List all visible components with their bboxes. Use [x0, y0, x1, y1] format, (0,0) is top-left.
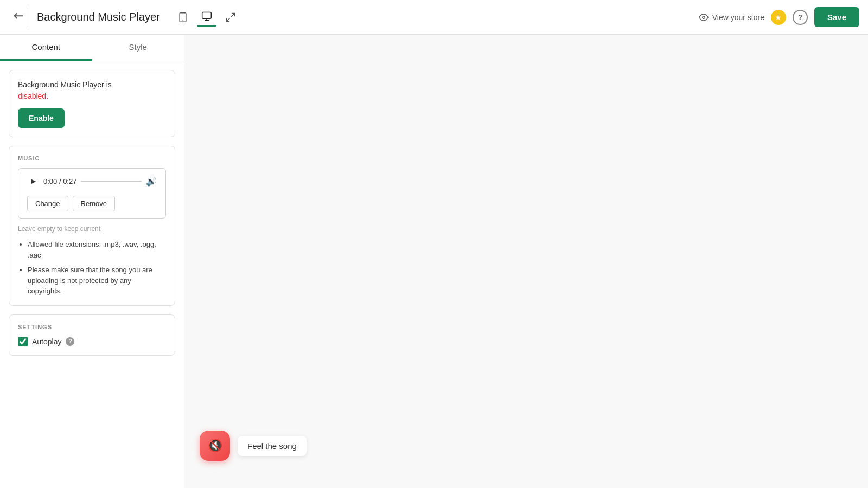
- disabled-card: Background Music Player is disabled. Ena…: [9, 70, 175, 137]
- remove-button[interactable]: Remove: [73, 196, 115, 211]
- audio-file-actions: Change Remove: [27, 196, 157, 211]
- view-store-link[interactable]: View your store: [698, 12, 764, 22]
- disabled-word: disabled.: [18, 92, 48, 100]
- sidebar-content: Background Music Player is disabled. Ena…: [0, 61, 184, 488]
- settings-card: SETTINGS Autoplay ?: [9, 314, 175, 356]
- tab-style[interactable]: Style: [92, 35, 184, 61]
- autoplay-checkbox[interactable]: [18, 337, 28, 346]
- svg-rect-4: [202, 12, 211, 19]
- svg-line-7: [231, 13, 234, 16]
- mute-icon: 🔇: [208, 439, 222, 453]
- svg-point-9: [702, 16, 705, 18]
- music-widget: 🔇 Feel the song: [200, 431, 307, 461]
- device-switcher: [173, 8, 240, 27]
- autoplay-label: Autoplay: [32, 337, 61, 346]
- disabled-notice-text: Background Music Player is disabled.: [18, 79, 166, 102]
- autoplay-row: Autoplay ?: [18, 337, 166, 346]
- save-button[interactable]: Save: [814, 7, 859, 27]
- volume-icon[interactable]: 🔊: [146, 176, 157, 187]
- music-player-label: Feel the song: [238, 436, 307, 456]
- svg-rect-2: [180, 12, 186, 22]
- instruction-extensions: Allowed file extensions: .mp3, .wav, .og…: [28, 239, 166, 260]
- preview-area: 🔇 Feel the song: [184, 35, 868, 488]
- instruction-copyright: Please make sure that the song you are u…: [28, 265, 166, 297]
- instructions-list: Allowed file extensions: .mp3, .wav, .og…: [18, 239, 166, 297]
- audio-controls: ▶ 0:00 / 0:27 🔊: [27, 175, 157, 187]
- music-section-label: MUSIC: [18, 155, 166, 162]
- hint-text: Leave empty to keep current: [18, 225, 166, 233]
- tab-content[interactable]: Content: [0, 35, 92, 61]
- svg-line-8: [226, 18, 229, 21]
- mobile-view-button[interactable]: [173, 8, 193, 27]
- sidebar-tabs: Content Style: [0, 35, 184, 61]
- change-button[interactable]: Change: [27, 196, 68, 211]
- desktop-view-button[interactable]: [197, 8, 216, 27]
- stretch-view-button[interactable]: [221, 8, 240, 27]
- audio-player: ▶ 0:00 / 0:27 🔊 Change Remove: [18, 168, 166, 219]
- settings-section-label: SETTINGS: [18, 324, 166, 330]
- audio-time-display: 0:00 / 0:27: [43, 177, 76, 185]
- enable-button[interactable]: Enable: [18, 108, 65, 128]
- star-button[interactable]: ★: [771, 10, 786, 25]
- help-button[interactable]: ?: [793, 10, 808, 25]
- music-player-button[interactable]: 🔇: [200, 431, 230, 461]
- app-title: Background Music Player: [37, 11, 160, 23]
- header-actions: View your store ★ ? Save: [698, 7, 859, 27]
- sidebar: Content Style Background Music Player is…: [0, 35, 184, 488]
- back-button[interactable]: [9, 8, 28, 27]
- audio-seek-bar[interactable]: [81, 181, 142, 182]
- play-button[interactable]: ▶: [27, 175, 39, 187]
- music-card: MUSIC ▶ 0:00 / 0:27 🔊 Change Remove Leav…: [9, 146, 175, 306]
- autoplay-info-icon[interactable]: ?: [66, 337, 74, 346]
